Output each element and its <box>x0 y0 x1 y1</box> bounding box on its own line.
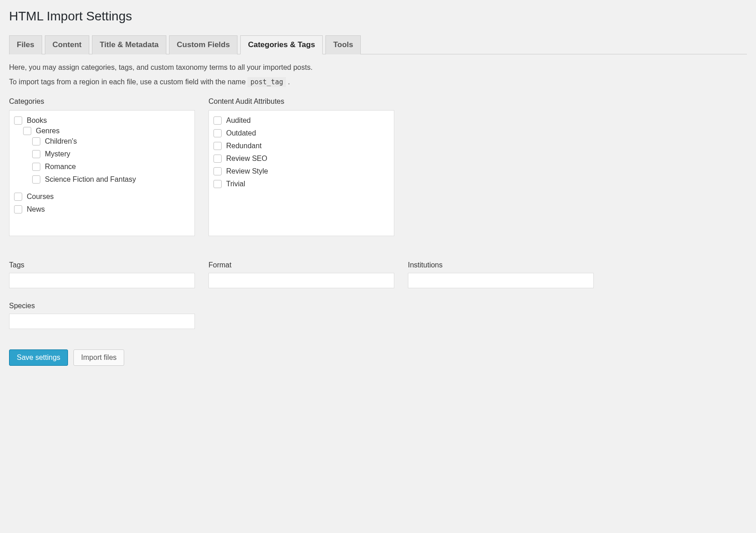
list-item: Review Style <box>213 165 389 178</box>
categories-section: Categories BooksGenresChildren'sMysteryR… <box>9 97 195 236</box>
audit-label: Review Style <box>226 167 268 175</box>
audit-checkbox-review-seo[interactable] <box>213 155 222 163</box>
save-button[interactable]: Save settings <box>9 349 68 366</box>
tab-bar: FilesContentTitle & MetadataCustom Field… <box>9 35 747 54</box>
category-checkbox-children-s[interactable] <box>32 137 40 145</box>
audit-label: Outdated <box>226 129 256 137</box>
institutions-input[interactable] <box>408 273 594 288</box>
tab-custom-fields[interactable]: Custom Fields <box>169 35 237 54</box>
species-input[interactable] <box>9 314 195 329</box>
audit-checkbox-review-style[interactable] <box>213 167 222 175</box>
audit-checkbox-audited[interactable] <box>213 116 222 125</box>
category-label: Romance <box>45 163 76 171</box>
audit-label: Audited <box>226 116 251 125</box>
field-species: Species <box>9 302 195 329</box>
audit-label: Redundant <box>226 142 262 150</box>
list-item: News <box>14 203 190 216</box>
field-label-format: Format <box>208 261 394 269</box>
list-item: Redundant <box>213 140 389 152</box>
tab-categories-tags[interactable]: Categories & Tags <box>240 35 323 54</box>
list-item: Trivial <box>213 178 389 190</box>
category-checkbox-courses[interactable] <box>14 193 22 201</box>
category-checkbox-mystery[interactable] <box>32 150 40 158</box>
list-item: Outdated <box>213 127 389 140</box>
audit-label: Trivial <box>226 180 245 188</box>
audit-checkbox-trivial[interactable] <box>213 180 222 188</box>
list-item: Science Fiction and Fantasy <box>32 173 190 186</box>
content-audit-panel[interactable]: AuditedOutdatedRedundantReview SEOReview… <box>208 110 394 236</box>
category-checkbox-science-fiction-and-fantasy[interactable] <box>32 175 40 184</box>
category-label: Children's <box>45 137 77 145</box>
list-item: BooksGenresChildren'sMysteryRomanceScien… <box>14 114 190 190</box>
tab-content[interactable]: Content <box>45 35 89 54</box>
list-item: Courses <box>14 190 190 203</box>
category-label: News <box>27 205 45 213</box>
page-title: HTML Import Settings <box>9 9 747 24</box>
tags-input[interactable] <box>9 273 195 288</box>
field-institutions: Institutions <box>408 261 594 288</box>
categories-heading: Categories <box>9 97 195 106</box>
field-label-tags: Tags <box>9 261 195 269</box>
code-posttag: post_tag <box>247 77 286 87</box>
category-checkbox-books[interactable] <box>14 116 22 125</box>
category-label: Books <box>27 116 47 125</box>
tab-tools[interactable]: Tools <box>325 35 361 54</box>
list-item: Romance <box>32 160 190 173</box>
audit-checkbox-outdated[interactable] <box>213 129 222 137</box>
category-checkbox-genres[interactable] <box>23 127 31 135</box>
list-item: GenresChildren'sMysteryRomanceScience Fi… <box>23 125 190 188</box>
category-checkbox-romance[interactable] <box>32 163 40 171</box>
list-item: Audited <box>213 114 389 127</box>
audit-label: Review SEO <box>226 155 267 163</box>
list-item: Review SEO <box>213 152 389 165</box>
audit-checkbox-redundant[interactable] <box>213 142 222 150</box>
format-input[interactable] <box>208 273 394 288</box>
category-label: Mystery <box>45 150 70 158</box>
category-checkbox-news[interactable] <box>14 205 22 213</box>
field-tags: Tags <box>9 261 195 288</box>
import-button[interactable]: Import files <box>73 349 124 366</box>
list-item: Mystery <box>32 148 190 160</box>
category-label: Genres <box>36 127 59 135</box>
field-label-institutions: Institutions <box>408 261 594 269</box>
content-audit-section: Content Audit Attributes AuditedOutdated… <box>208 97 394 236</box>
list-item: Children's <box>32 135 190 148</box>
category-label: Courses <box>27 193 54 201</box>
categories-panel[interactable]: BooksGenresChildren'sMysteryRomanceScien… <box>9 110 195 236</box>
intro-line-1: Here, you may assign categories, tags, a… <box>9 63 747 72</box>
field-format: Format <box>208 261 394 288</box>
intro-line-2: To import tags from a region in each fil… <box>9 78 747 86</box>
content-audit-heading: Content Audit Attributes <box>208 97 394 106</box>
tab-files[interactable]: Files <box>9 35 42 54</box>
category-label: Science Fiction and Fantasy <box>45 175 136 184</box>
tab-title-metadata[interactable]: Title & Metadata <box>92 35 166 54</box>
field-label-species: Species <box>9 302 195 310</box>
intro-text: Here, you may assign categories, tags, a… <box>9 63 747 86</box>
